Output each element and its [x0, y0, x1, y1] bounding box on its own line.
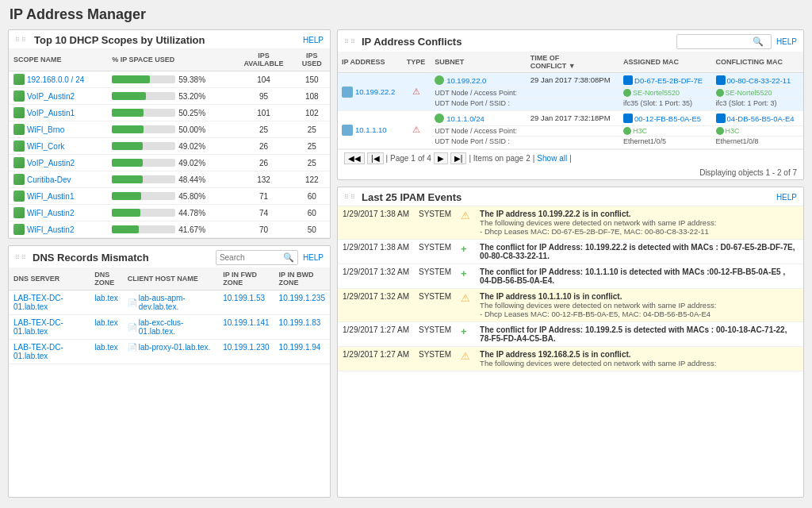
- dhcp-avail: 74: [233, 205, 293, 221]
- dhcp-avail: 101: [233, 105, 293, 121]
- dns-zone[interactable]: lab.tex: [90, 315, 122, 340]
- pag-next[interactable]: ▶: [434, 152, 448, 164]
- dns-fwd[interactable]: 10.199.1.141: [218, 315, 274, 340]
- pag-show-all[interactable]: Show all: [537, 154, 567, 163]
- dhcp-scope-name[interactable]: VoIP_Austin2: [9, 88, 107, 105]
- scope-icon: [13, 207, 25, 218]
- conflict-ip[interactable]: 10.1.1.10: [338, 111, 403, 149]
- conflict-subnet[interactable]: 10.199.22.0: [431, 73, 527, 88]
- event-time: 1/29/2017 1:32 AM: [338, 289, 414, 322]
- dhcp-scope-name[interactable]: VoIP_Austin1: [9, 105, 107, 121]
- dhcp-scope-name[interactable]: WiFI_Austin2: [9, 205, 107, 221]
- event-icon-cell: +: [456, 240, 475, 264]
- conflicting-d1-icon: [716, 89, 724, 97]
- dhcp-bar-cell: 48.44%: [107, 171, 233, 188]
- col-conflicting-mac: CONFLICTING MAC: [712, 52, 803, 73]
- col-time[interactable]: TIME OFCONFLICT ▼: [527, 52, 619, 73]
- pag-last[interactable]: ▶|: [450, 152, 467, 164]
- dhcp-bar-cell: 45.80%: [107, 188, 233, 205]
- dhcp-used: 25: [294, 138, 330, 155]
- event-text-cell: The conflict for IP Address: 10.1.1.10 i…: [475, 264, 803, 289]
- conflicts-search-input[interactable]: [681, 37, 753, 46]
- dhcp-bar-cell: 53.20%: [107, 88, 233, 105]
- conflict-conflicting-mac[interactable]: 04-DB-56-B5-0A-E4: [712, 111, 803, 126]
- dhcp-used: 60: [294, 188, 330, 205]
- dns-server[interactable]: LAB-TEX-DC-01.lab.tex: [9, 340, 90, 364]
- event-text-cell: The IP address 10.1.1.10 is in conflict.…: [475, 289, 803, 322]
- dns-bwd[interactable]: 10.199.1.94: [274, 340, 330, 364]
- dhcp-scope-name[interactable]: WiFI_Cork: [9, 138, 107, 155]
- event-text-cell: The conflict for IP Address: 10.199.2.5 …: [475, 322, 803, 347]
- dhcp-scope-name[interactable]: VoIP_Austin2: [9, 155, 107, 171]
- dns-zone[interactable]: lab.tex: [90, 340, 122, 364]
- dhcp-help[interactable]: HELP: [303, 36, 324, 44]
- dhcp-col-name: SCOPE NAME: [9, 48, 107, 71]
- pag-total: 4: [427, 154, 431, 163]
- scope-icon: [13, 90, 25, 102]
- file-icon: 📄: [128, 298, 137, 307]
- conflict-error-icon: ⚠: [412, 125, 420, 134]
- conflict-conflicting-detail1: H3C: [712, 126, 803, 137]
- conflict-ip[interactable]: 10.199.22.2: [338, 73, 403, 111]
- dhcp-panel: ⠿⠿ Top 10 DHCP Scopes by Utilization HEL…: [8, 29, 331, 239]
- dhcp-row: VoIP_Austin2 53.20% 95 108: [9, 88, 330, 105]
- dhcp-row: Curitiba-Dev 48.44% 132 122: [9, 171, 330, 188]
- conflict-detail2-label: UDT Node Port / SSID :: [431, 137, 527, 149]
- pag-prev[interactable]: |◀: [367, 152, 384, 164]
- dhcp-scope-name[interactable]: WiFI_Brno: [9, 121, 107, 138]
- dhcp-used: 108: [294, 88, 330, 105]
- event-warn-icon: ⚠: [461, 292, 470, 304]
- conflicts-search-box: 🔍: [676, 34, 772, 49]
- file-icon: 📄: [128, 323, 137, 332]
- pag-current: 1: [411, 154, 416, 163]
- dns-fwd[interactable]: 10.199.1.53: [218, 291, 274, 315]
- dns-help[interactable]: HELP: [303, 253, 324, 262]
- col-ip-address: IP ADDRESS: [338, 52, 403, 73]
- conflict-subnet[interactable]: 10.1.1.0/24: [431, 111, 527, 126]
- dhcp-col-used: IPSUSED: [294, 48, 330, 71]
- scope-icon: [13, 74, 25, 85]
- dhcp-row: WiFI_Cork 49.02% 26 25: [9, 138, 330, 155]
- dhcp-bar-cell: 44.78%: [107, 205, 233, 221]
- event-system: SYSTEM: [414, 347, 456, 371]
- conflicts-pagination: ◀◀ |◀ | Page 1 of 4 ▶ ▶| | Items on page…: [338, 149, 803, 167]
- dns-fwd[interactable]: 10.199.1.230: [218, 340, 274, 364]
- dhcp-scope-name[interactable]: WiFI_Austin1: [9, 188, 107, 205]
- dns-search-input[interactable]: [220, 253, 283, 262]
- dns-server[interactable]: LAB-TEX-DC-01.lab.tex: [9, 315, 90, 340]
- dns-search-button[interactable]: 🔍: [283, 252, 294, 263]
- ip-device-icon: [342, 87, 353, 98]
- event-row: 1/29/2017 1:27 AM SYSTEM ⚠ The IP addres…: [338, 347, 803, 371]
- events-panel: ⠿⠿ Last 25 IPAM Events HELP 1/29/2017 1:…: [337, 187, 804, 498]
- conflicts-search-icon: 🔍: [753, 37, 764, 47]
- dhcp-avail: 95: [233, 88, 293, 105]
- conflicts-help[interactable]: HELP: [776, 37, 797, 46]
- page-title: IP Address Manager: [0, 0, 812, 26]
- dns-zone[interactable]: lab.tex: [90, 291, 122, 315]
- dhcp-scope-name[interactable]: 192.168.0.0 / 24: [9, 71, 107, 88]
- event-time: 1/29/2017 1:27 AM: [338, 347, 414, 371]
- event-warn-icon: ⚠: [461, 210, 470, 221]
- col-assigned-mac: ASSIGNED MAC: [619, 52, 712, 73]
- scope-icon: [13, 107, 25, 118]
- dns-bwd[interactable]: 10.199.1.83: [274, 315, 330, 340]
- conflict-assigned-mac[interactable]: D0-67-E5-2B-DF-7E: [619, 73, 712, 88]
- events-help[interactable]: HELP: [776, 193, 797, 202]
- assigned-mac-icon: [623, 75, 633, 85]
- event-icon-cell: +: [456, 264, 475, 289]
- dns-row: LAB-TEX-DC-01.lab.tex lab.tex 📄 lab-exc-…: [9, 315, 330, 340]
- pag-first[interactable]: ◀◀: [344, 152, 365, 164]
- col-subnet: SUBNET: [431, 52, 527, 73]
- conflict-detail1-time: [527, 88, 619, 98]
- dhcp-scope-name[interactable]: WiFI_Austin2: [9, 221, 107, 238]
- conflict-detail1-label: UDT Node / Access Point:: [431, 88, 527, 98]
- dns-bwd[interactable]: 10.199.1.235: [274, 291, 330, 315]
- dns-server[interactable]: LAB-TEX-DC-01.lab.tex: [9, 291, 90, 315]
- dhcp-scope-name[interactable]: Curitiba-Dev: [9, 171, 107, 188]
- pag-sep: |: [533, 154, 535, 163]
- conflict-assigned-mac[interactable]: 00-12-FB-B5-0A-E5: [619, 111, 712, 126]
- conflict-conflicting-mac[interactable]: 00-80-C8-33-22-11: [712, 73, 803, 88]
- event-system: SYSTEM: [414, 264, 456, 289]
- dns-drag-handle: ⠿⠿: [15, 254, 28, 261]
- event-system: SYSTEM: [414, 240, 456, 264]
